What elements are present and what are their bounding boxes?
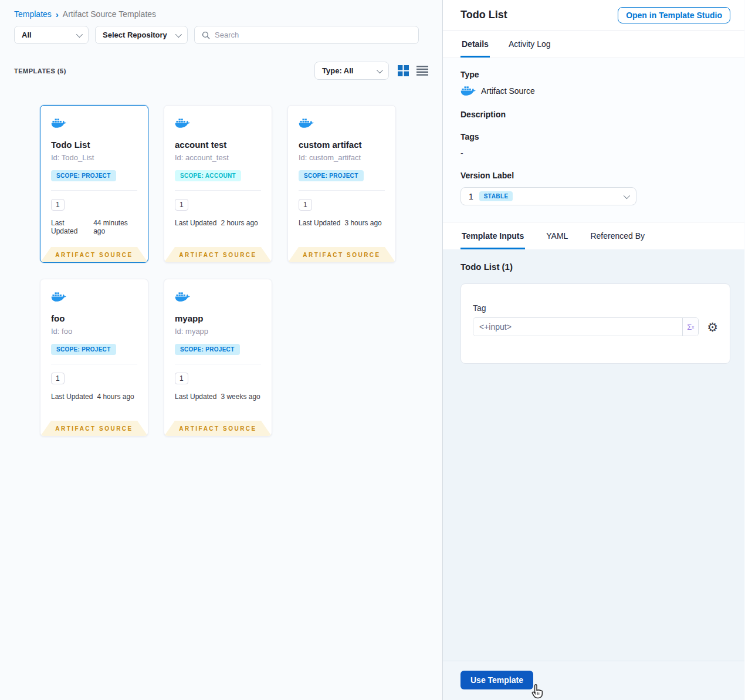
version-count-chip: 1 [175,373,188,384]
template-card-foo[interactable]: foo Id: foo SCOPE: PROJECT 1 Last Update… [40,279,148,437]
tag-field-label: Tag [473,303,718,313]
panel-footer: Use Template [443,661,744,700]
repository-filter-value: Select Repository [103,31,167,39]
last-updated: Last Updated 3 hours ago [299,219,385,227]
version-count-chip: 1 [299,199,312,211]
chevron-down-icon [624,192,630,198]
last-updated-value: 3 hours ago [344,219,381,227]
docker-icon [460,85,476,97]
artifact-source-ribbon: ARTIFACT SOURCE [164,247,272,262]
list-header: TEMPLATES (5) Type: All [0,62,442,80]
card-title: Todo List [51,140,137,150]
breadcrumb-chevron-icon: › [56,10,59,19]
expression-sigma-icon[interactable]: Σx [682,318,698,336]
last-updated: Last Updated 3 weeks ago [175,393,261,401]
breadcrumb: Templates › Artifact Source Templates [14,9,428,19]
type-value: Artifact Source [481,86,535,96]
scope-filter-value: All [22,31,32,39]
type-filter-select[interactable]: Type: All [314,62,389,80]
panel-tabs: Details Activity Log [443,31,744,58]
tags-label: Tags [460,132,727,141]
scope-badge: SCOPE: PROJECT [175,344,240,355]
artifact-source-ribbon: ARTIFACT SOURCE [288,247,395,262]
templates-list-panel: Templates › Artifact Source Templates Al… [0,0,443,700]
version-label: Version Label [460,171,727,180]
last-updated-label: Last Updated [51,219,89,235]
template-card-account-test[interactable]: account test Id: account_test SCOPE: ACC… [164,105,272,263]
template-card-myapp[interactable]: myapp Id: myapp SCOPE: PROJECT 1 Last Up… [164,279,272,437]
last-updated-label: Last Updated [51,393,93,401]
docker-icon [175,291,190,303]
tag-input-card: Tag Σx ⚙ [460,283,730,364]
version-count-chip: 1 [51,373,65,384]
panel-title: Todo List [460,9,507,21]
tab-template-inputs[interactable]: Template Inputs [460,222,525,249]
repository-filter-select[interactable]: Select Repository [95,26,188,44]
divider [51,364,137,364]
search-icon [202,31,210,39]
tags-value: - [460,148,727,158]
search-input[interactable] [215,31,411,39]
card-id: Id: foo [51,327,137,336]
version-count-chip: 1 [51,199,65,211]
list-view-icon[interactable] [416,66,428,76]
panel-header: Todo List Open in Template Studio [443,0,744,31]
type-label: Type [460,70,727,79]
template-details-panel: Todo List Open in Template Studio Detail… [443,0,744,700]
card-id: Id: myapp [175,327,261,336]
last-updated: Last Updated 44 minutes ago [51,219,137,235]
open-in-template-studio-button[interactable]: Open in Template Studio [618,7,730,23]
tab-details[interactable]: Details [460,31,490,58]
last-updated-value: 44 minutes ago [93,219,137,235]
template-cards-grid: Todo List Id: Todo_List SCOPE: PROJECT 1… [0,80,415,437]
version-value: 1 [469,192,473,201]
docker-icon [51,291,66,303]
type-filter-value: Type: All [322,66,353,75]
card-title: foo [51,313,137,323]
last-updated-label: Last Updated [175,393,216,401]
scope-badge: SCOPE: PROJECT [299,170,364,181]
divider [175,190,261,191]
docker-icon [299,117,314,129]
template-card-todo-list[interactable]: Todo List Id: Todo_List SCOPE: PROJECT 1… [40,105,148,263]
topbar: Templates › Artifact Source Templates Al… [0,0,442,44]
card-id: Id: custom_artifact [299,153,385,162]
docker-icon [51,117,66,129]
grid-view-icon[interactable] [398,65,409,76]
panel-subtabs: Template Inputs YAML Referenced By [443,222,744,249]
template-card-custom-artifact[interactable]: custom artifact Id: custom_artifact SCOP… [287,105,396,263]
gear-icon[interactable]: ⚙ [707,321,718,333]
version-select[interactable]: 1 STABLE [460,187,636,205]
last-updated-label: Last Updated [299,219,340,227]
search-box[interactable] [194,26,419,44]
divider [175,364,261,364]
tab-yaml[interactable]: YAML [545,222,569,249]
tag-input[interactable] [473,318,682,336]
card-title: myapp [175,313,261,323]
templates-count: TEMPLATES (5) [14,67,66,75]
filter-row: All Select Repository [14,26,428,44]
artifact-source-ribbon: ARTIFACT SOURCE [40,247,148,262]
tab-activity-log[interactable]: Activity Log [507,31,552,58]
use-template-button[interactable]: Use Template [460,671,533,689]
last-updated-value: 2 hours ago [221,219,258,227]
artifact-source-ribbon: ARTIFACT SOURCE [40,421,148,436]
chevron-down-icon [175,31,182,37]
tab-referenced-by[interactable]: Referenced By [589,222,646,249]
template-inputs-section: Todo List (1) Tag Σx ⚙ [443,249,744,661]
divider [51,190,137,191]
chevron-down-icon [76,31,83,37]
version-count-chip: 1 [175,199,188,211]
breadcrumb-templates-link[interactable]: Templates [14,9,52,19]
card-id: Id: account_test [175,153,261,162]
last-updated-value: 3 weeks ago [221,393,260,401]
scope-badge: SCOPE: ACCOUNT [175,170,241,181]
last-updated: Last Updated 2 hours ago [175,219,261,227]
scope-filter-select[interactable]: All [14,26,89,44]
description-label: Description [460,110,727,119]
last-updated: Last Updated 4 hours ago [51,393,137,401]
card-title: account test [175,140,261,150]
scope-badge: SCOPE: PROJECT [51,170,116,181]
card-id: Id: Todo_List [51,153,137,162]
stable-badge: STABLE [479,191,513,201]
